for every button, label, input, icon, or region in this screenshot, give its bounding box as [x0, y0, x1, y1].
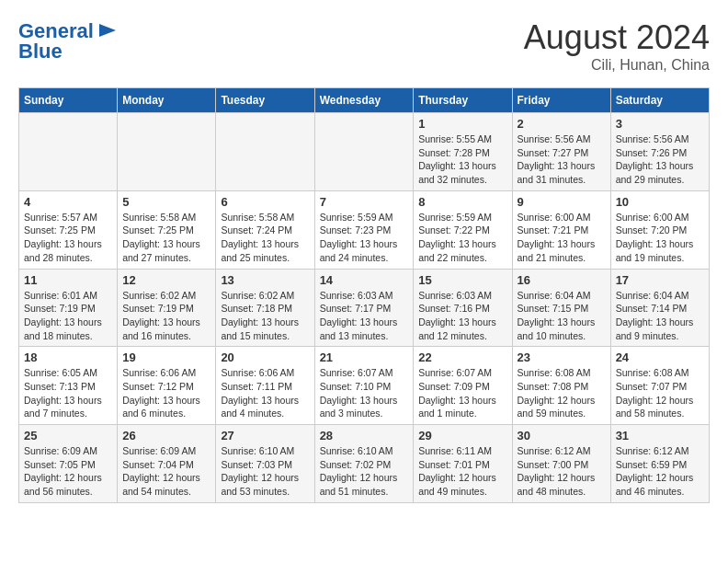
calendar-cell: [19, 113, 118, 191]
calendar-cell: 3Sunrise: 5:56 AM Sunset: 7:26 PM Daylig…: [610, 113, 709, 191]
weekday-header-saturday: Saturday: [610, 88, 709, 113]
day-detail: Sunrise: 6:10 AM Sunset: 7:03 PM Dayligh…: [221, 444, 309, 499]
day-number: 9: [518, 195, 606, 209]
day-number: 3: [616, 117, 704, 131]
day-detail: Sunrise: 6:03 AM Sunset: 7:16 PM Dayligh…: [418, 289, 506, 343]
day-detail: Sunrise: 5:59 AM Sunset: 7:23 PM Dayligh…: [320, 211, 409, 265]
day-detail: Sunrise: 6:06 AM Sunset: 7:11 PM Dayligh…: [221, 366, 309, 420]
month-title: August 2024: [524, 18, 710, 57]
day-detail: Sunrise: 6:02 AM Sunset: 7:19 PM Dayligh…: [122, 289, 210, 343]
page-header: General Blue August 2024 Cili, Hunan, Ch…: [18, 18, 710, 74]
day-number: 27: [221, 429, 309, 442]
calendar-table: SundayMondayTuesdayWednesdayThursdayFrid…: [18, 87, 710, 503]
day-number: 1: [418, 117, 506, 131]
day-number: 17: [616, 273, 704, 287]
day-detail: Sunrise: 6:04 AM Sunset: 7:14 PM Dayligh…: [616, 289, 704, 343]
logo-arrow-icon: [97, 20, 118, 40]
day-detail: Sunrise: 6:08 AM Sunset: 7:07 PM Dayligh…: [616, 366, 704, 420]
svg-marker-0: [99, 24, 116, 37]
day-number: 24: [616, 350, 704, 364]
day-detail: Sunrise: 6:02 AM Sunset: 7:18 PM Dayligh…: [221, 289, 309, 343]
day-number: 16: [518, 273, 606, 287]
day-number: 29: [418, 429, 506, 442]
calendar-cell: 31Sunrise: 6:12 AM Sunset: 6:59 PM Dayli…: [610, 425, 709, 503]
calendar-cell: [216, 113, 314, 191]
day-detail: Sunrise: 5:56 AM Sunset: 7:27 PM Dayligh…: [518, 132, 606, 187]
day-detail: Sunrise: 6:05 AM Sunset: 7:13 PM Dayligh…: [24, 366, 112, 420]
day-detail: Sunrise: 5:56 AM Sunset: 7:26 PM Dayligh…: [616, 132, 704, 187]
calendar-cell: 22Sunrise: 6:07 AM Sunset: 7:09 PM Dayli…: [414, 347, 512, 425]
day-number: 2: [518, 117, 606, 131]
calendar-cell: 20Sunrise: 6:06 AM Sunset: 7:11 PM Dayli…: [216, 347, 314, 425]
weekday-header-sunday: Sunday: [19, 88, 118, 113]
day-detail: Sunrise: 6:01 AM Sunset: 7:19 PM Dayligh…: [24, 289, 112, 343]
calendar-cell: 25Sunrise: 6:09 AM Sunset: 7:05 PM Dayli…: [19, 425, 118, 503]
day-number: 7: [320, 195, 409, 209]
day-number: 21: [320, 350, 409, 364]
day-number: 4: [24, 195, 112, 209]
calendar-cell: 21Sunrise: 6:07 AM Sunset: 7:10 PM Dayli…: [314, 347, 414, 425]
day-number: 12: [122, 273, 210, 287]
day-detail: Sunrise: 6:04 AM Sunset: 7:15 PM Dayligh…: [518, 289, 606, 343]
calendar-cell: 18Sunrise: 6:05 AM Sunset: 7:13 PM Dayli…: [19, 347, 118, 425]
day-number: 19: [122, 350, 210, 364]
day-detail: Sunrise: 6:00 AM Sunset: 7:21 PM Dayligh…: [518, 211, 606, 265]
day-detail: Sunrise: 6:11 AM Sunset: 7:01 PM Dayligh…: [418, 444, 506, 499]
day-detail: Sunrise: 6:12 AM Sunset: 7:00 PM Dayligh…: [518, 444, 606, 499]
calendar-cell: 4Sunrise: 5:57 AM Sunset: 7:25 PM Daylig…: [19, 190, 118, 269]
day-detail: Sunrise: 6:03 AM Sunset: 7:17 PM Dayligh…: [320, 289, 409, 343]
day-detail: Sunrise: 6:08 AM Sunset: 7:08 PM Dayligh…: [518, 366, 606, 420]
day-number: 14: [320, 273, 409, 287]
day-number: 10: [616, 195, 704, 209]
day-detail: Sunrise: 5:58 AM Sunset: 7:24 PM Dayligh…: [221, 211, 309, 265]
calendar-cell: 15Sunrise: 6:03 AM Sunset: 7:16 PM Dayli…: [414, 269, 512, 347]
weekday-header-tuesday: Tuesday: [216, 88, 314, 113]
calendar-cell: 23Sunrise: 6:08 AM Sunset: 7:08 PM Dayli…: [512, 347, 610, 425]
day-number: 23: [518, 350, 606, 364]
calendar-cell: 19Sunrise: 6:06 AM Sunset: 7:12 PM Dayli…: [118, 347, 216, 425]
calendar-cell: 2Sunrise: 5:56 AM Sunset: 7:27 PM Daylig…: [512, 113, 610, 191]
day-detail: Sunrise: 6:07 AM Sunset: 7:10 PM Dayligh…: [320, 366, 409, 420]
calendar-cell: 7Sunrise: 5:59 AM Sunset: 7:23 PM Daylig…: [314, 190, 414, 269]
calendar-cell: 28Sunrise: 6:10 AM Sunset: 7:02 PM Dayli…: [314, 425, 414, 503]
calendar-cell: 26Sunrise: 6:09 AM Sunset: 7:04 PM Dayli…: [118, 425, 216, 503]
day-detail: Sunrise: 6:07 AM Sunset: 7:09 PM Dayligh…: [418, 366, 506, 420]
day-number: 13: [221, 273, 309, 287]
calendar-cell: 8Sunrise: 5:59 AM Sunset: 7:22 PM Daylig…: [414, 190, 512, 269]
calendar-cell: 10Sunrise: 6:00 AM Sunset: 7:20 PM Dayli…: [610, 190, 709, 269]
weekday-header-thursday: Thursday: [414, 88, 512, 113]
day-number: 8: [418, 195, 506, 209]
weekday-header-friday: Friday: [512, 88, 610, 113]
day-detail: Sunrise: 6:12 AM Sunset: 6:59 PM Dayligh…: [616, 444, 704, 499]
day-detail: Sunrise: 6:09 AM Sunset: 7:05 PM Dayligh…: [24, 444, 112, 499]
calendar-cell: 1Sunrise: 5:55 AM Sunset: 7:28 PM Daylig…: [414, 113, 512, 191]
day-detail: Sunrise: 5:55 AM Sunset: 7:28 PM Dayligh…: [418, 132, 506, 187]
day-number: 5: [122, 195, 210, 209]
day-detail: Sunrise: 5:59 AM Sunset: 7:22 PM Dayligh…: [418, 211, 506, 265]
calendar-cell: 24Sunrise: 6:08 AM Sunset: 7:07 PM Dayli…: [610, 347, 709, 425]
day-number: 18: [24, 350, 112, 364]
calendar-cell: 6Sunrise: 5:58 AM Sunset: 7:24 PM Daylig…: [216, 190, 314, 269]
calendar-cell: 29Sunrise: 6:11 AM Sunset: 7:01 PM Dayli…: [414, 425, 512, 503]
logo: General Blue: [18, 18, 118, 63]
logo-text-blue: Blue: [18, 40, 63, 63]
day-number: 26: [122, 429, 210, 442]
day-detail: Sunrise: 5:58 AM Sunset: 7:25 PM Dayligh…: [122, 211, 210, 265]
weekday-header-wednesday: Wednesday: [314, 88, 414, 113]
day-detail: Sunrise: 6:09 AM Sunset: 7:04 PM Dayligh…: [122, 444, 210, 499]
day-number: 6: [221, 195, 309, 209]
calendar-cell: 13Sunrise: 6:02 AM Sunset: 7:18 PM Dayli…: [216, 269, 314, 347]
calendar-cell: 11Sunrise: 6:01 AM Sunset: 7:19 PM Dayli…: [19, 269, 118, 347]
calendar-cell: 27Sunrise: 6:10 AM Sunset: 7:03 PM Dayli…: [216, 425, 314, 503]
calendar-cell: 12Sunrise: 6:02 AM Sunset: 7:19 PM Dayli…: [118, 269, 216, 347]
day-number: 31: [616, 429, 704, 442]
location-subtitle: Cili, Hunan, China: [524, 57, 710, 74]
calendar-cell: 14Sunrise: 6:03 AM Sunset: 7:17 PM Dayli…: [314, 269, 414, 347]
day-number: 15: [418, 273, 506, 287]
day-number: 22: [418, 350, 506, 364]
calendar-cell: [118, 113, 216, 191]
day-detail: Sunrise: 6:06 AM Sunset: 7:12 PM Dayligh…: [122, 366, 210, 420]
calendar-cell: 16Sunrise: 6:04 AM Sunset: 7:15 PM Dayli…: [512, 269, 610, 347]
calendar-cell: 17Sunrise: 6:04 AM Sunset: 7:14 PM Dayli…: [610, 269, 709, 347]
title-block: August 2024 Cili, Hunan, China: [524, 18, 710, 74]
